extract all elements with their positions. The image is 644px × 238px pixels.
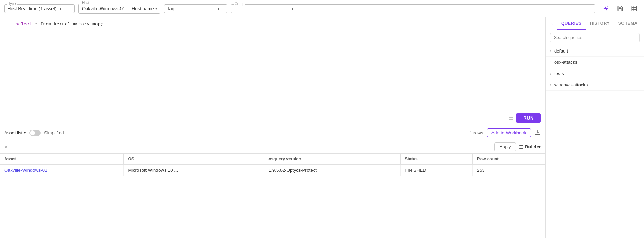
save-icon-btn[interactable] [614, 3, 626, 14]
host-name-filter-btn[interactable]: Host name ▾ [129, 4, 160, 13]
asset-list-arrow-icon: ▾ [24, 131, 26, 135]
table-row: Oakville-Windows-01 Microsoft Windows 10… [0, 165, 545, 176]
cell-os: Microsoft Windows 10 ... [124, 165, 264, 176]
chevron-icon: › [550, 71, 551, 76]
query-group-label: osx-attacks [554, 60, 640, 65]
cell-rowcount: 253 [473, 165, 545, 176]
query-group-default[interactable]: › default [546, 45, 644, 57]
code-editor[interactable]: 1 select * from kernel_memory_map; [0, 17, 545, 110]
top-bar: Type Host Real time (1 asset) ▾ Host Oak… [0, 0, 644, 17]
query-group-label: default [554, 48, 640, 54]
line-number-1: 1 [6, 22, 8, 27]
editor-footer: ☰ RUN [0, 110, 545, 126]
sidebar-search [546, 30, 644, 45]
filter-close-icon[interactable]: ✕ [4, 144, 8, 150]
svg-rect-1 [632, 6, 637, 11]
table-header-row: Asset OS osquery version Status Row coun… [0, 154, 545, 165]
host-filter-arrow-icon: ▾ [155, 7, 157, 11]
col-osquery: osquery version [264, 154, 401, 165]
table-icon-btn[interactable] [628, 3, 640, 14]
builder-button[interactable]: ☰ Builder [519, 144, 541, 150]
run-button[interactable]: RUN [516, 113, 541, 123]
chevron-icon: › [550, 60, 551, 65]
chevron-icon: › [550, 83, 551, 87]
col-status: Status [400, 154, 472, 165]
host-field: Host Oakville-Windows-01 Host name ▾ [78, 4, 160, 14]
tag-select[interactable]: Tag ▾ [164, 4, 227, 13]
type-label: Type [7, 2, 17, 6]
add-to-workbook-button[interactable]: Add to Workbook [487, 128, 531, 137]
query-group-windows-attacks[interactable]: › windows-attacks [546, 79, 644, 91]
simplified-toggle[interactable] [29, 130, 41, 136]
tab-schema[interactable]: SCHEMA [614, 17, 642, 30]
host-label: Host [81, 1, 90, 5]
format-icon[interactable]: ☰ [508, 115, 513, 121]
tab-history[interactable]: HISTORY [586, 17, 614, 30]
query-group-label: tests [554, 71, 640, 76]
tab-queries[interactable]: QUERIES [557, 17, 586, 30]
host-value: Oakville-Windows-01 [79, 4, 129, 13]
tag-arrow-icon: ▾ [218, 7, 219, 11]
builder-icon: ☰ [519, 144, 524, 150]
group-dropdown[interactable] [234, 6, 290, 11]
tag-dropdown[interactable]: Tag [167, 6, 216, 11]
search-queries-input[interactable] [550, 33, 640, 42]
group-label: Group [234, 2, 245, 6]
download-icon[interactable] [534, 129, 541, 137]
query-group-label: windows-attacks [554, 82, 640, 87]
group-arrow-icon: ▾ [292, 7, 293, 11]
group-select[interactable]: Group ▾ [231, 4, 595, 13]
rows-count: 1 rows [470, 130, 483, 135]
query-group-tests[interactable]: › tests [546, 68, 644, 79]
simplified-label: Simplified [44, 130, 64, 135]
main-layout: 1 select * from kernel_memory_map; ☰ RUN… [0, 17, 644, 238]
type-select[interactable]: Type Host Real time (1 asset) ▾ [4, 4, 75, 13]
results-toolbar: Asset list ▾ Simplified 1 rows Add to Wo… [0, 126, 545, 140]
cell-status: FINISHED [400, 165, 472, 176]
asset-list-button[interactable]: Asset list ▾ [4, 130, 26, 135]
cell-asset[interactable]: Oakville-Windows-01 [0, 165, 124, 176]
cell-osquery: 1.9.5.62-Uptycs-Protect [264, 165, 401, 176]
chevron-icon: › [550, 49, 551, 54]
type-dropdown[interactable]: Host Real time (1 asset) [7, 6, 58, 11]
host-filter-label: Host name [132, 6, 154, 11]
filter-input[interactable] [11, 144, 491, 150]
lightning-icon-btn[interactable]: A [600, 3, 612, 14]
sql-rest: * from kernel_memory_map; [35, 22, 103, 27]
query-group-osx-attacks[interactable]: › osx-attacks [546, 57, 644, 68]
results-table: Asset OS osquery version Status Row coun… [0, 154, 545, 176]
filter-row: ✕ Apply ☰ Builder [0, 140, 545, 154]
asset-list-label: Asset list [4, 130, 23, 135]
builder-label: Builder [525, 144, 541, 149]
type-arrow-icon: ▾ [60, 7, 61, 11]
query-list: › default › osx-attacks › tests › window… [546, 45, 644, 238]
sql-keyword-select: select [16, 22, 32, 27]
results-table-wrap: Asset OS osquery version Status Row coun… [0, 154, 545, 238]
right-sidebar: › QUERIES HISTORY SCHEMA › default › osx… [545, 17, 644, 238]
col-rowcount: Row count [473, 154, 545, 165]
svg-text:A: A [607, 6, 608, 8]
sidebar-collapse-button[interactable]: › [547, 17, 557, 30]
sidebar-tabs: › QUERIES HISTORY SCHEMA [546, 17, 644, 30]
col-os: OS [124, 154, 264, 165]
editor-area: 1 select * from kernel_memory_map; ☰ RUN… [0, 17, 545, 238]
toolbar-icons: A [600, 3, 640, 14]
col-asset: Asset [0, 154, 124, 165]
apply-button[interactable]: Apply [494, 142, 516, 151]
